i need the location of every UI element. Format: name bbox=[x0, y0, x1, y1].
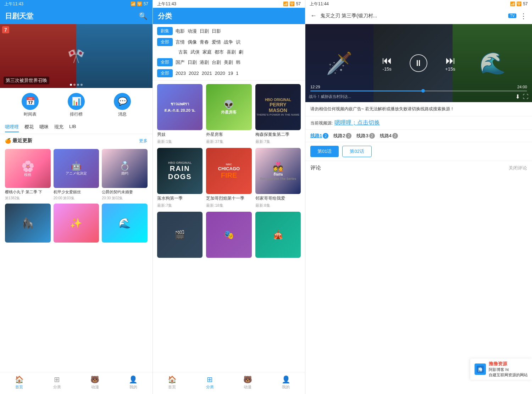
filter-family[interactable]: 家庭 bbox=[203, 49, 212, 55]
filter-jp[interactable]: 日剧 bbox=[188, 59, 197, 66]
list-item[interactable]: 🎭 bbox=[206, 212, 251, 258]
skip-back-button[interactable]: ⏮ -15s bbox=[382, 55, 392, 72]
filter-all-3[interactable]: 全部 bbox=[157, 69, 173, 77]
list-item[interactable]: HBO ORIGINAL RAIN DOGS 落水狗第一季 最新:7集 bbox=[157, 148, 203, 208]
ep-01-button[interactable]: 第01话 bbox=[310, 146, 339, 157]
filter-kr[interactable]: 韩 bbox=[236, 59, 240, 66]
thumb-mecha: 🤖 アニメ化決定 bbox=[54, 149, 99, 188]
filter-romance[interactable]: 言情 bbox=[176, 39, 185, 45]
filter-movie[interactable]: 电影 bbox=[176, 28, 185, 34]
skip-forward-button[interactable]: ⏭ +15s bbox=[445, 55, 455, 72]
filter-more3[interactable]: 1 bbox=[236, 71, 238, 76]
filter-costume[interactable]: 古装 bbox=[178, 49, 188, 55]
route-1[interactable]: 线路1 2 bbox=[310, 133, 328, 139]
filter-2023[interactable]: 2023 bbox=[176, 71, 186, 76]
filter-anime[interactable]: 动漫 bbox=[188, 28, 197, 34]
list-item[interactable]: HBO ORIGINAL PERRY MASON THERE'S POWER I… bbox=[255, 84, 301, 144]
bottom-nav-home[interactable]: 🏠 首页 bbox=[15, 375, 24, 390]
thumb-g1: 🦍 bbox=[5, 204, 51, 243]
list-item[interactable]: 💑 ถ้นถน Too Tum Dot The Series 邻家哥哥给我爱 最… bbox=[255, 148, 301, 208]
filter-all-2[interactable]: 全部 bbox=[157, 58, 173, 66]
bottom-nav-profile[interactable]: 👤 我的 bbox=[129, 375, 138, 390]
thumb-extra2: 🎭 bbox=[206, 212, 251, 258]
watermark-logo: 撸 bbox=[475, 364, 486, 375]
close-comments-button[interactable]: 关闭评论 bbox=[509, 165, 527, 171]
list-item[interactable]: NBC CHICAGO FIRE 芝加哥烈焰第十一季 最新:18集 bbox=[206, 148, 251, 208]
filter-2021[interactable]: 2021 bbox=[202, 71, 212, 76]
filter-youth[interactable]: 青春 bbox=[200, 39, 209, 45]
search-icon[interactable]: 🔍 bbox=[139, 12, 148, 20]
list-item[interactable]: 🎬 bbox=[157, 212, 203, 258]
bottom-nav-category[interactable]: ⊞ 分类 bbox=[53, 375, 61, 390]
fullscreen-icon[interactable]: ⛶ bbox=[523, 94, 528, 100]
route-4[interactable]: 线路4 2 bbox=[380, 133, 398, 139]
progress-bar[interactable] bbox=[310, 90, 527, 91]
filter-love[interactable]: 爱情 bbox=[212, 39, 221, 45]
filter-idol[interactable]: 偶像 bbox=[188, 39, 197, 45]
tab-lib[interactable]: LIB bbox=[69, 122, 76, 132]
list-item[interactable]: ✨ bbox=[54, 204, 99, 243]
filter-comedy[interactable]: 喜剧 bbox=[227, 49, 236, 55]
source-link[interactable]: 嗯哩哩；点击切换 bbox=[334, 120, 380, 126]
bottom-nav-anime-2[interactable]: 🐻 动漫 bbox=[243, 375, 252, 390]
filter-war[interactable]: 战争 bbox=[224, 39, 233, 45]
list-item[interactable]: 💍 婚约 公爵的契约未婚妻 20:30 第02集 bbox=[102, 149, 148, 201]
progress-thumb[interactable] bbox=[421, 89, 425, 93]
tab-xianchong[interactable]: 现充 bbox=[54, 122, 63, 132]
filter-japanese-film[interactable]: 日影 bbox=[212, 28, 221, 34]
bottom-nav-home-2[interactable]: 🏠 首页 bbox=[168, 375, 177, 390]
back-button[interactable]: ← bbox=[310, 12, 317, 20]
bottom-nav-profile-2[interactable]: 👤 我的 bbox=[282, 375, 290, 390]
item-title-2: 机甲少女爱丽丝 bbox=[54, 189, 99, 194]
item-title-3: 公爵的契约未婚妻 bbox=[102, 189, 148, 194]
filter-domestic[interactable]: 国产 bbox=[176, 59, 185, 66]
filter-us[interactable]: 美剧 bbox=[224, 59, 233, 66]
route-list: 线路1 2 线路2 2 线路3 2 线路4 2 bbox=[305, 130, 532, 142]
tab-engmi[interactable]: 嗯咪 bbox=[39, 122, 49, 132]
list-item[interactable]: 🤖 アニメ化決定 机甲少女爱丽丝 20:00 第03集 bbox=[54, 149, 99, 201]
watermark-sub: 阿影博客 ht 自建互联网资源的网站 bbox=[489, 367, 528, 378]
hero-banner[interactable]: 🎌 7 第三次被异世界召唤 bbox=[0, 24, 153, 88]
filter-all-1[interactable]: 全部 bbox=[157, 38, 173, 46]
bottom-nav-anime[interactable]: 🐻 动漫 bbox=[90, 375, 99, 390]
route-3[interactable]: 线路3 2 bbox=[356, 133, 375, 139]
list-item[interactable]: 👽 外星房客 外星房客 最新:37集 bbox=[206, 84, 251, 144]
ep-02-button[interactable]: 第02话 bbox=[342, 146, 371, 157]
nav-schedule[interactable]: 📅 时间表 bbox=[22, 93, 39, 117]
tab-yinghua[interactable]: 樱花 bbox=[24, 122, 34, 132]
list-item[interactable]: 🦍 bbox=[5, 204, 51, 243]
pause-button[interactable]: ⏸ bbox=[410, 54, 427, 72]
video-player[interactable]: 🗡️ 🌊 ⏮ -15s ⏸ ⏭ +15s 12:29 24:00 bbox=[305, 24, 532, 102]
filter-more1[interactable]: 识 bbox=[236, 39, 240, 45]
more-options-icon[interactable]: ⋮ bbox=[520, 12, 527, 20]
category-content: ชาวแพศราส.ค.-ก.ย. 20.20 น. 男妓 最新:1集 👽 外星… bbox=[153, 81, 305, 394]
filter-city[interactable]: 都市 bbox=[215, 49, 224, 55]
filter-japanese[interactable]: 日剧 bbox=[200, 28, 209, 34]
bottom-nav-category-2[interactable]: ⊞ 分类 bbox=[206, 375, 214, 390]
progress-filled bbox=[310, 90, 423, 91]
skip-back-label: -15s bbox=[383, 66, 392, 72]
route-1-badge: 2 bbox=[323, 133, 328, 139]
filter-19[interactable]: 19 bbox=[228, 71, 233, 76]
route-2[interactable]: 线路2 2 bbox=[333, 133, 351, 139]
list-item[interactable]: 🎪 bbox=[255, 212, 301, 258]
download-icon[interactable]: ⬇ bbox=[515, 93, 520, 100]
filter-hk[interactable]: 港剧 bbox=[200, 59, 209, 66]
section-more-link[interactable]: 更多 bbox=[139, 138, 148, 144]
filter-row-genre1: 全部 言情 偶像 青春 爱情 战争 识 bbox=[157, 38, 301, 46]
video-bottom-bar: 战斗！威胁该当村到达... ⬇ ⛶ bbox=[305, 93, 532, 100]
filter-tw[interactable]: 台剧 bbox=[212, 59, 221, 66]
filter-2020[interactable]: 2020 bbox=[215, 71, 225, 76]
list-item[interactable]: 🌸 桜桃 樱桃小丸子 第二季 下 第1382集 bbox=[5, 149, 51, 201]
list-item[interactable]: 🌊 bbox=[102, 204, 148, 243]
tab-nenglili[interactable]: 嗯哩哩 bbox=[5, 122, 19, 132]
list-item[interactable]: ชาวแพศราส.ค.-ก.ย. 20.20 น. 男妓 最新:1集 bbox=[157, 84, 203, 144]
filter-drama[interactable]: 剧集 bbox=[157, 27, 173, 35]
filter-more2[interactable]: 劇 bbox=[239, 49, 243, 55]
nav-ranking[interactable]: 📊 排行榜 bbox=[68, 93, 85, 117]
filter-2022[interactable]: 2022 bbox=[189, 71, 199, 76]
category-icon-2: ⊞ bbox=[207, 375, 213, 384]
nav-message[interactable]: 💬 消息 bbox=[114, 93, 131, 117]
p2-meta-2: 最新:37集 bbox=[206, 139, 251, 144]
filter-wuxia[interactable]: 武侠 bbox=[190, 49, 200, 55]
